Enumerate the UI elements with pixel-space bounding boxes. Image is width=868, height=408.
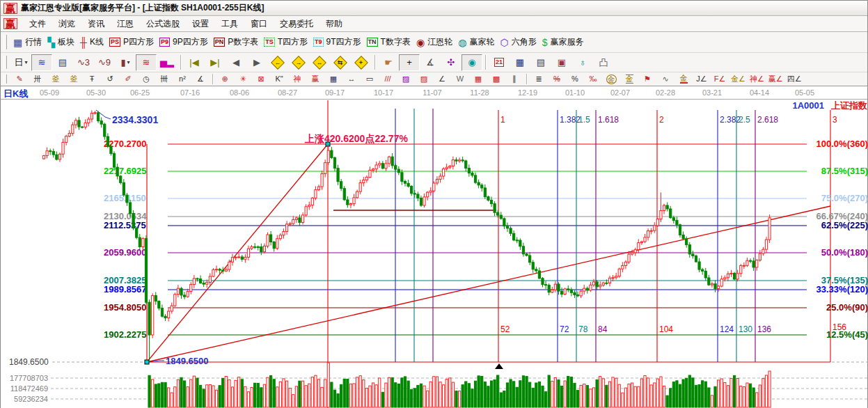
gann-pen-button[interactable]: ✎ bbox=[10, 72, 29, 86]
grid-123-button[interactable]: ▦ bbox=[324, 72, 342, 86]
quotes-button[interactable]: ▦行情 bbox=[10, 34, 45, 51]
pan-right-button[interactable]: → bbox=[288, 54, 309, 71]
candle-type-button[interactable]: ▮▾ bbox=[115, 54, 136, 71]
star-grid-button[interactable]: ✳ bbox=[234, 72, 252, 86]
menu-item-1[interactable]: 浏览 bbox=[52, 17, 81, 31]
f-lines-button[interactable]: Ŧ bbox=[83, 72, 101, 86]
parallel-lines-button[interactable]: ∥ bbox=[505, 72, 523, 86]
grid-red-2-button[interactable]: ▩ bbox=[487, 72, 505, 86]
toolbar-grip[interactable] bbox=[3, 35, 7, 49]
angle-tool-button[interactable]: ∡ bbox=[420, 54, 441, 71]
printer-button[interactable]: 凸 bbox=[593, 54, 614, 71]
menu-item-0[interactable]: 文件 bbox=[23, 17, 52, 31]
sectors-button[interactable]: ▚板块 bbox=[45, 34, 77, 51]
kline-chart[interactable]: 2270.27002217.69252165.11502130.06342112… bbox=[1, 100, 868, 408]
menu-item-8[interactable]: 交易委托 bbox=[274, 17, 319, 31]
mark-pen-button[interactable]: ✐ bbox=[119, 72, 137, 86]
save-button[interactable]: ▣ bbox=[551, 54, 572, 71]
gold-levels-button[interactable]: 金 bbox=[620, 72, 638, 86]
level-table-button[interactable]: ≣ bbox=[530, 72, 548, 86]
gold-split-b-button[interactable]: 釜 bbox=[65, 72, 83, 86]
menu-item-6[interactable]: 工具 bbox=[215, 17, 244, 31]
p-number-table-button[interactable]: PNP数字表 bbox=[211, 34, 262, 51]
winner-wheel-button[interactable]: ◍赢家轮 bbox=[455, 34, 497, 51]
winner-service-button[interactable]: $赢家服务 bbox=[539, 34, 587, 51]
k-marks-button[interactable]: K" bbox=[270, 72, 288, 86]
ying-angle-button[interactable]: 赢∠ bbox=[766, 72, 785, 86]
gold-split-a-button[interactable]: 釜 bbox=[47, 72, 65, 86]
pan-both-button[interactable]: ↔ bbox=[309, 54, 330, 71]
menu-item-9[interactable]: 帮助 bbox=[319, 17, 349, 31]
9t-square-button[interactable]: T99T四方形 bbox=[310, 34, 364, 51]
doc-blue-button[interactable]: ▤ bbox=[52, 54, 73, 71]
toolbar-grip[interactable] bbox=[3, 56, 7, 69]
notepad-button[interactable]: ▤ bbox=[530, 54, 551, 71]
scroll-right-button[interactable]: ▶ bbox=[246, 54, 267, 71]
crosshair-tool-button[interactable]: + bbox=[399, 54, 420, 71]
t-number-table-button[interactable]: TNT数字表 bbox=[364, 34, 413, 51]
calendar-button[interactable]: 21 bbox=[489, 54, 510, 71]
j-angle-button[interactable]: J∠ bbox=[693, 72, 711, 86]
flag-pen-button[interactable]: ⚑ bbox=[638, 72, 656, 86]
gold-circle-button[interactable]: 金 bbox=[602, 72, 620, 86]
w-wave-button[interactable]: W bbox=[451, 72, 469, 86]
wave-tool-button[interactable]: ∿ bbox=[656, 72, 674, 86]
fan-purple-button[interactable]: ▨ bbox=[397, 72, 415, 86]
calculator-button[interactable]: ▦ bbox=[510, 54, 530, 71]
t-square-button[interactable]: TST四方形 bbox=[261, 34, 310, 51]
smart-tool-button[interactable]: ◉ bbox=[461, 54, 482, 71]
chart-canvas[interactable]: 2270.27002217.69252165.11502130.06342112… bbox=[1, 100, 867, 408]
pan-left-button[interactable]: ← bbox=[267, 54, 288, 71]
fan-red-button[interactable]: /// bbox=[379, 72, 397, 86]
ying-button[interactable]: 赢 bbox=[306, 72, 324, 86]
overlay-red-button[interactable]: ≋ bbox=[136, 54, 157, 71]
scroll-last-button[interactable]: ▶| bbox=[205, 54, 226, 71]
box-grid-button[interactable]: ⊠ bbox=[252, 72, 270, 86]
wave-3-button[interactable]: ∿3 bbox=[73, 54, 94, 71]
compass-button[interactable]: ⊕ bbox=[216, 72, 234, 86]
gann-wheel-button[interactable]: ◉江恩轮 bbox=[413, 34, 455, 51]
hexagon-button[interactable]: ⬡六角形 bbox=[497, 34, 539, 51]
percent-button[interactable]: % bbox=[566, 72, 584, 86]
price-lines-button[interactable]: 卅 bbox=[29, 72, 47, 86]
span-measure-button[interactable]: ↔ bbox=[342, 72, 361, 86]
scroll-left-button[interactable]: ◀ bbox=[226, 54, 246, 71]
f-angle-button[interactable]: F∠ bbox=[711, 72, 729, 86]
date-tick-11: 01-10 bbox=[565, 88, 585, 97]
pan-swap-button[interactable]: ⇆ bbox=[330, 54, 351, 71]
permille-button[interactable]: ‰ bbox=[584, 72, 602, 86]
hand-tool-button[interactable]: ☛ bbox=[378, 54, 399, 71]
frame-tool-button[interactable]: ▭ bbox=[361, 72, 379, 86]
angle-arc-button[interactable]: ∡ bbox=[191, 72, 210, 86]
gold-angle-button[interactable]: 金∠ bbox=[729, 72, 748, 86]
percent-slash-button[interactable]: % bbox=[548, 72, 566, 86]
kline-button[interactable]: ╫K线 bbox=[77, 34, 106, 51]
angle-lines-button[interactable]: ∠ bbox=[433, 72, 451, 86]
overlay-blue-button[interactable]: ≋ bbox=[31, 54, 52, 71]
fan-grid-button[interactable]: ▨ bbox=[415, 72, 433, 86]
menu-item-5[interactable]: 设置 bbox=[186, 17, 215, 31]
grid-red-button[interactable]: ▦ bbox=[469, 72, 487, 86]
menu-item-7[interactable]: 窗口 bbox=[244, 17, 274, 31]
histogram-button[interactable]: ▅▂ bbox=[157, 54, 177, 71]
gold-underline-button[interactable]: 金 bbox=[674, 72, 693, 86]
shen-button[interactable]: 神 bbox=[288, 72, 306, 86]
menu-item-4[interactable]: 公式选股 bbox=[140, 17, 186, 31]
si-angle-button[interactable]: 四∠ bbox=[785, 72, 804, 86]
menu-item-2[interactable]: 资讯 bbox=[81, 17, 111, 31]
menu-item-3[interactable]: 江恩 bbox=[111, 17, 140, 31]
9p-square-button[interactable]: P99P四方形 bbox=[157, 34, 211, 51]
pattern-tool-button[interactable]: ✣ bbox=[441, 54, 461, 71]
pan-all-button[interactable]: + bbox=[351, 54, 372, 71]
scroll-first-button[interactable]: |◀ bbox=[184, 54, 205, 71]
shen-angle-button[interactable]: 神∠ bbox=[748, 72, 766, 86]
toolbar-grip[interactable] bbox=[3, 74, 7, 84]
spiral-button[interactable]: ↺ bbox=[101, 72, 119, 86]
network-button[interactable]: ♁ bbox=[572, 54, 593, 71]
n-square-button[interactable]: n² bbox=[173, 72, 191, 86]
time-cycle-button[interactable]: ◷ bbox=[137, 72, 155, 86]
candle-style-button[interactable]: 日▾ bbox=[10, 54, 31, 71]
wave-9-button[interactable]: ∿9 bbox=[94, 54, 115, 71]
price-lines-2-button[interactable]: 卌 bbox=[155, 72, 173, 86]
p-square-button[interactable]: PSP四方形 bbox=[106, 34, 157, 51]
